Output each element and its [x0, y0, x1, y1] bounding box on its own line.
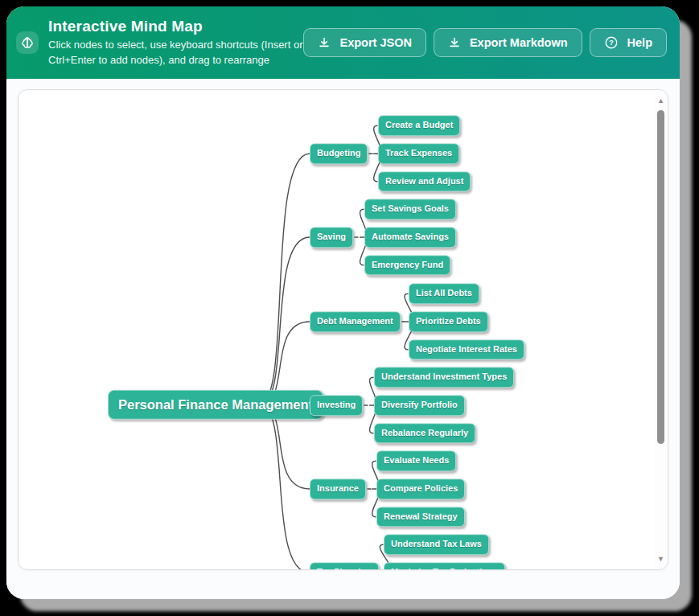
- download-icon: [318, 36, 331, 49]
- export-json-button[interactable]: Export JSON: [303, 28, 426, 57]
- export-markdown-button[interactable]: Export Markdown: [434, 28, 582, 57]
- mindmap-leaf-node[interactable]: Renewal Strategy: [376, 507, 465, 528]
- svg-text:?: ?: [609, 39, 614, 47]
- page-title: Interactive Mind Map: [48, 18, 303, 35]
- mindmap-leaf-node[interactable]: Review and Adjust: [378, 171, 471, 192]
- brain-icon: [16, 31, 39, 54]
- page-subtitle: Click nodes to select, use keyboard shor…: [48, 38, 303, 68]
- mindmap-branch-node[interactable]: Insurance: [310, 478, 366, 499]
- mindmap-leaf-node[interactable]: Rebalance Regularly: [374, 423, 475, 444]
- mindmap-branch-node[interactable]: Saving: [310, 227, 353, 248]
- header-left: Interactive Mind Map Click nodes to sele…: [16, 18, 303, 68]
- export-json-label: Export JSON: [339, 36, 411, 49]
- mindmap-leaf-node[interactable]: Set Savings Goals: [364, 199, 456, 220]
- app-body: ▲ ▼ Personal Finance ManagementBudgeting…: [6, 79, 680, 599]
- mindmap-branch-node[interactable]: Investing: [310, 395, 363, 416]
- mindmap-branch-node[interactable]: Tax Planning: [310, 562, 379, 570]
- scroll-thumb[interactable]: [657, 110, 664, 444]
- header-actions: Export JSON Export Markdown ? Help: [303, 28, 667, 57]
- scroll-up-arrow[interactable]: ▲: [655, 95, 667, 106]
- mindmap-leaf-node[interactable]: Understand Investment Types: [374, 367, 514, 388]
- mindmap-leaf-node[interactable]: List All Debts: [409, 283, 479, 304]
- app-header: Interactive Mind Map Click nodes to sele…: [6, 6, 680, 79]
- mindmap-root-node[interactable]: Personal Finance Management: [108, 390, 323, 420]
- mindmap-leaf-node[interactable]: Diversify Portfolio: [374, 395, 465, 416]
- export-markdown-label: Export Markdown: [470, 36, 568, 49]
- mindmap-leaf-node[interactable]: Negotiate Interest Rates: [409, 339, 524, 360]
- mindmap-branch-node[interactable]: Budgeting: [310, 143, 368, 164]
- mindmap-leaf-node[interactable]: Understand Tax Laws: [384, 534, 489, 555]
- mindmap-leaf-node[interactable]: Create a Budget: [378, 115, 460, 136]
- mindmap-canvas[interactable]: ▲ ▼ Personal Finance ManagementBudgeting…: [18, 89, 668, 570]
- mindmap-leaf-node[interactable]: Compare Policies: [376, 478, 465, 499]
- vertical-scrollbar[interactable]: ▲ ▼: [655, 91, 667, 569]
- mindmap-leaf-node[interactable]: Prioritize Debts: [409, 311, 488, 332]
- mindmap-leaf-node[interactable]: Evaluate Needs: [376, 450, 456, 471]
- scroll-down-arrow[interactable]: ▼: [655, 553, 667, 565]
- download-icon: [448, 36, 461, 49]
- mindmap-leaf-node[interactable]: Emergency Fund: [364, 255, 450, 276]
- header-text: Interactive Mind Map Click nodes to sele…: [48, 18, 303, 68]
- app-window: Interactive Mind Map Click nodes to sele…: [6, 6, 680, 599]
- mindmap-branch-node[interactable]: Debt Management: [310, 311, 401, 332]
- mindmap-leaf-node[interactable]: Maximize Tax Deductions: [384, 562, 505, 570]
- mindmap-leaf-node[interactable]: Automate Savings: [364, 227, 456, 248]
- help-icon: ?: [604, 35, 619, 50]
- help-button[interactable]: ? Help: [590, 28, 667, 57]
- mindmap-leaf-node[interactable]: Track Expenses: [378, 143, 459, 164]
- help-label: Help: [627, 36, 652, 49]
